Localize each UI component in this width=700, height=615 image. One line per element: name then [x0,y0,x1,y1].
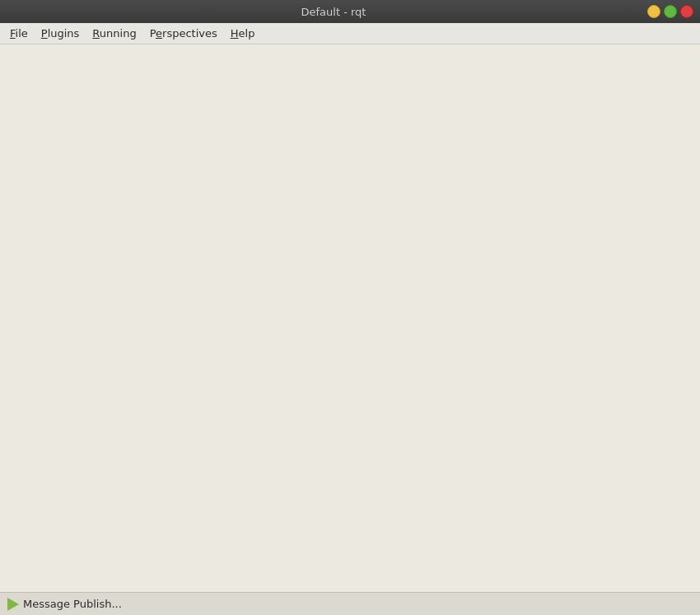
play-icon [7,598,20,611]
window-title: Default - rqt [20,6,647,18]
menu-running[interactable]: Running [86,26,142,41]
main-content [0,44,700,592]
menu-perspectives[interactable]: Perspectives [143,26,224,41]
window-controls [647,5,693,18]
close-button[interactable] [680,5,693,18]
status-bar: Message Publish... [0,592,700,615]
menu-plugins[interactable]: Plugins [35,26,86,41]
title-bar: Default - rqt [0,0,700,23]
minimize-button[interactable] [647,5,660,18]
menu-help[interactable]: Help [224,26,262,41]
menu-file[interactable]: File [3,26,35,41]
play-triangle [7,598,19,611]
maximize-button[interactable] [664,5,677,18]
menu-bar: File Plugins Running Perspectives Help [0,23,700,44]
status-message: Message Publish... [23,598,122,610]
